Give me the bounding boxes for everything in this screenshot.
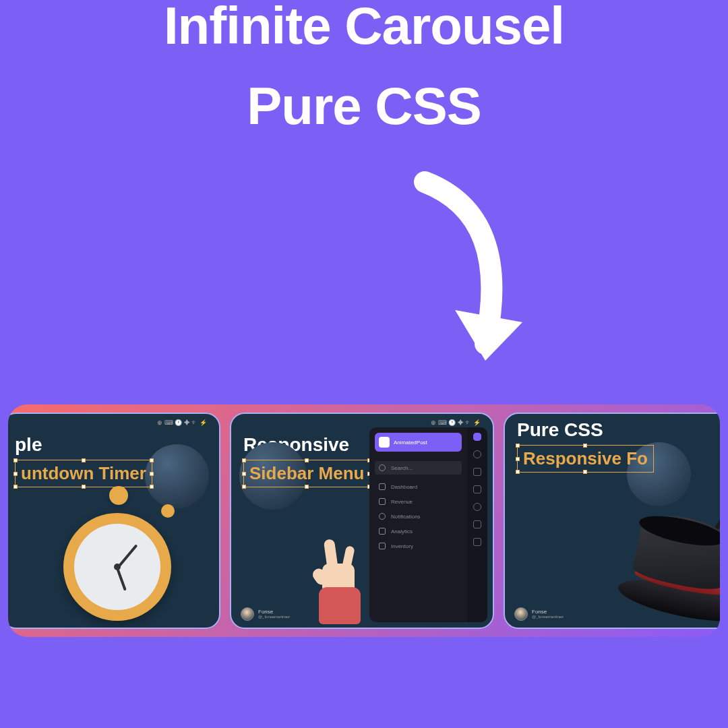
sidebar-header: AnimatedPost [375,433,462,452]
card-title-highlight-text: Sidebar Menu [249,463,364,483]
author-badge: Fonse @_fonsemartinez [241,607,290,621]
author-avatar-icon [241,607,254,621]
sidebar-preview: AnimatedPost Search... Dashboard Revenue [369,427,487,622]
arrow-icon [391,162,539,400]
carousel-card[interactable]: Pure CSS Responsive Fo ✦ Fonse [504,413,720,629]
page-title: Infinite Carousel Pure CSS [0,0,728,138]
author-name: Fonse [532,609,564,615]
card-title-primary: Pure CSS [505,414,720,442]
sidebar-item: Dashboard [375,480,462,493]
carousel-container[interactable]: ⊕ ⌨ 🕐 ✦ ᯤ ⚡ ple untdown Timer [8,404,720,637]
author-handle: @_fonsemartinez [258,615,290,619]
card-title-highlight-text: Responsive Fo [523,448,648,468]
sidebar-item: Revenue [375,495,462,508]
magic-hat-icon: ✦ [617,518,720,622]
carousel-card[interactable]: ⊕ ⌨ 🕐 ✦ ᯤ ⚡ ple untdown Timer [8,413,220,629]
sidebar-search: Search... [375,461,462,475]
card-title-highlight-text: untdown Timer [21,463,146,483]
card-title-highlight: Responsive Fo [517,445,654,473]
sidebar-item: Analytics [375,524,462,538]
card-title-highlight: Sidebar Menu [243,460,370,487]
author-name: Fonse [258,609,290,615]
sidebar-mini-rail [467,427,487,622]
author-badge: Fonse @_fonsemartinez [514,607,564,621]
card-title-highlight: untdown Timer [15,460,152,487]
title-line-2: Pure CSS [0,75,728,138]
sidebar-item-label: Inventory [391,543,413,549]
card-menubar: ⊕ ⌨ 🕐 ✦ ᯤ ⚡ [231,414,493,429]
sidebar-item-label: Notifications [391,514,421,520]
sidebar-title-label: AnimatedPost [394,439,427,446]
author-handle: @_fonsemartinez [532,615,564,619]
title-line-1: Infinite Carousel [0,0,728,58]
sidebar-item: Inventory [375,539,462,553]
sidebar-item: Notifications [375,510,462,523]
sidebar-item-label: Analytics [391,528,413,535]
sidebar-item-label: Search... [391,465,413,471]
stopwatch-icon [63,489,181,621]
sidebar-item-label: Revenue [391,499,413,505]
carousel-card[interactable]: ⊕ ⌨ 🕐 ✦ ᯤ ⚡ Responsive Sidebar Menu Anim… [230,413,494,629]
card-menubar: ⊕ ⌨ 🕐 ✦ ᯤ ⚡ [8,414,219,429]
author-avatar-icon [514,607,528,621]
hand-gesture-icon [302,533,373,624]
carousel-track: ⊕ ⌨ 🕐 ✦ ᯤ ⚡ ple untdown Timer [12,408,716,633]
sidebar-item-label: Dashboard [391,484,417,490]
